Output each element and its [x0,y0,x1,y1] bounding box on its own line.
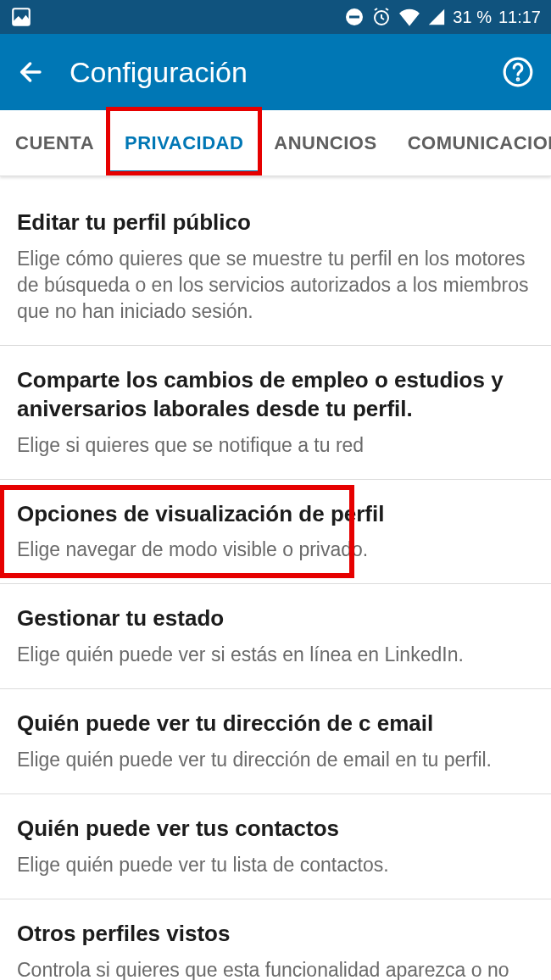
setting-item[interactable]: Otros perfiles vistosControla si quieres… [0,899,551,980]
tab-label: PRIVACIDAD [125,132,243,154]
setting-title: Otros perfiles vistos [17,920,534,949]
tab-indicator [109,170,259,175]
setting-title: Editar tu perfil público [17,209,534,237]
wifi-icon [398,8,420,26]
setting-item[interactable]: Gestionar tu estadoElige quién puede ver… [0,584,551,689]
help-button[interactable] [502,56,534,88]
setting-subtitle: Elige quién puede ver si estás en línea … [17,642,534,668]
dnd-icon [344,7,365,27]
status-bar: 31 % 11:17 [0,0,551,34]
page-title: Configuración [70,56,478,89]
back-button[interactable] [17,58,46,86]
battery-percent: 31 % [453,8,492,27]
tabs-container: CUENTAPRIVACIDADANUNCIOSCOMUNICACIONES [0,110,551,176]
svg-point-5 [517,79,519,81]
setting-item[interactable]: Opciones de visualización de perfilElige… [0,480,551,585]
setting-title: Gestionar tu estado [17,604,534,633]
image-icon [10,6,32,28]
setting-item[interactable]: Quién puede ver tu dirección de c emailE… [0,689,551,794]
setting-subtitle: Elige navegar de modo visible o privado. [17,537,534,563]
app-bar: Configuración [0,34,551,110]
setting-item[interactable]: Quién puede ver tus contactosElige quién… [0,794,551,899]
setting-item[interactable]: Editar tu perfil públicoElige cómo quier… [0,176,551,346]
signal-icon [427,8,446,26]
tab-cuenta[interactable]: CUENTA [0,110,109,175]
setting-subtitle: Elige quién puede ver tu lista de contac… [17,852,534,878]
tab-label: ANUNCIOS [274,132,376,154]
status-right: 31 % 11:17 [344,7,541,27]
tab-label: CUENTA [15,132,94,154]
tab-anuncios[interactable]: ANUNCIOS [259,110,392,175]
setting-subtitle: Elige cómo quieres que se muestre tu per… [17,246,534,325]
settings-list: Editar tu perfil públicoElige cómo quier… [0,176,551,980]
setting-title: Quién puede ver tu dirección de c email [17,710,534,738]
setting-item[interactable]: Comparte los cambios de empleo o estudio… [0,346,551,480]
highlight-box [0,485,354,579]
setting-title: Opciones de visualización de perfil [17,500,534,529]
svg-rect-2 [349,16,359,19]
setting-subtitle: Elige si quieres que se notifique a tu r… [17,432,534,459]
tab-privacidad[interactable]: PRIVACIDAD [109,110,259,175]
setting-title: Quién puede ver tus contactos [17,815,534,844]
tab-comunicaciones[interactable]: COMUNICACIONES [392,110,551,175]
setting-subtitle: Elige quién puede ver tu dirección de em… [17,747,534,773]
status-left [10,6,32,28]
tab-label: COMUNICACIONES [408,132,551,154]
alarm-icon [371,7,392,27]
setting-title: Comparte los cambios de empleo o estudio… [17,366,534,424]
clock-time: 11:17 [498,8,541,27]
setting-subtitle: Controla si quieres que esta funcionalid… [17,957,534,980]
